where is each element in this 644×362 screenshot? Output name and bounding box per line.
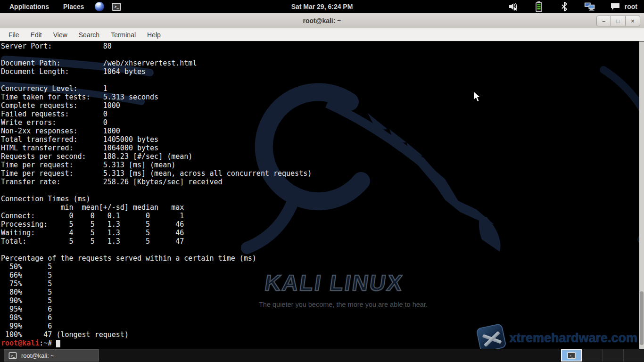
chat-bubble-icon	[610, 1, 621, 12]
maximize-button[interactable]: □	[611, 16, 626, 26]
prompt-path: ~	[43, 339, 48, 347]
terminal-viewport[interactable]: KALI LINUX The quieter you become, the m…	[0, 41, 644, 349]
prompt-colon: :	[39, 339, 43, 347]
workspace-1[interactable]: >_	[561, 349, 582, 362]
terminal-icon: >_	[112, 3, 121, 11]
taskbar-window-button[interactable]: >_ root@kali: ~	[4, 349, 99, 362]
applications-menu[interactable]: Applications	[6, 3, 53, 10]
user-menu[interactable]: root	[610, 1, 637, 12]
window-controls: – □ ×	[596, 16, 640, 26]
menu-edit[interactable]: Edit	[25, 29, 48, 41]
menu-view[interactable]: View	[48, 29, 73, 41]
network-icon[interactable]	[584, 1, 595, 12]
menu-file[interactable]: File	[3, 29, 25, 41]
window-titlebar[interactable]: root@kali: ~ – □ ×	[0, 13, 644, 28]
user-label: root	[625, 3, 637, 10]
close-button[interactable]: ×	[626, 16, 640, 26]
site-logo-icon	[476, 323, 507, 349]
terminal-prompt[interactable]: root@kali:~#	[1, 339, 60, 347]
terminal-scrollbar[interactable]	[639, 41, 644, 349]
workspace-2[interactable]	[582, 349, 603, 362]
terminal-icon: >_	[9, 352, 17, 359]
mini-terminal-icon: >_	[567, 352, 576, 359]
mouse-cursor	[473, 91, 484, 103]
browser-icon	[95, 2, 104, 11]
places-menu[interactable]: Places	[59, 3, 88, 10]
top-panel: Applications Places >_ Sat Mar 29, 6:24 …	[0, 0, 644, 13]
menu-help[interactable]: Help	[141, 29, 166, 41]
window-title: root@kali: ~	[303, 17, 341, 25]
browser-launcher[interactable]	[94, 1, 105, 12]
terminal-cursor	[56, 340, 60, 347]
workspace-4[interactable]	[623, 349, 644, 362]
prompt-user-host: root@kali	[1, 339, 39, 347]
volume-muted-icon[interactable]	[508, 1, 519, 12]
prompt-symbol: #	[48, 339, 56, 347]
bottom-panel: >_ root@kali: ~ >_	[0, 349, 644, 362]
terminal-launcher[interactable]: >_	[111, 1, 122, 12]
menu-search[interactable]: Search	[73, 29, 105, 41]
terminal-menubar: File Edit View Search Terminal Help	[0, 28, 644, 41]
bluetooth-icon[interactable]	[559, 1, 570, 12]
battery-icon[interactable]	[533, 1, 545, 12]
desktop: Applications Places >_ Sat Mar 29, 6:24 …	[0, 0, 644, 362]
minimize-button[interactable]: –	[596, 16, 611, 26]
terminal-output: Server Port: 80 Document Path: /web/xhse…	[1, 42, 312, 339]
workspace-3[interactable]	[603, 349, 623, 362]
workspace-switcher: >_	[561, 349, 644, 362]
menu-terminal[interactable]: Terminal	[105, 29, 141, 41]
scrollbar-thumb[interactable]	[640, 291, 644, 345]
site-watermark: xtremehardware.com	[478, 326, 637, 349]
taskbar-window-label: root@kali: ~	[21, 352, 54, 359]
site-watermark-text: xtremehardware.com	[509, 331, 637, 346]
